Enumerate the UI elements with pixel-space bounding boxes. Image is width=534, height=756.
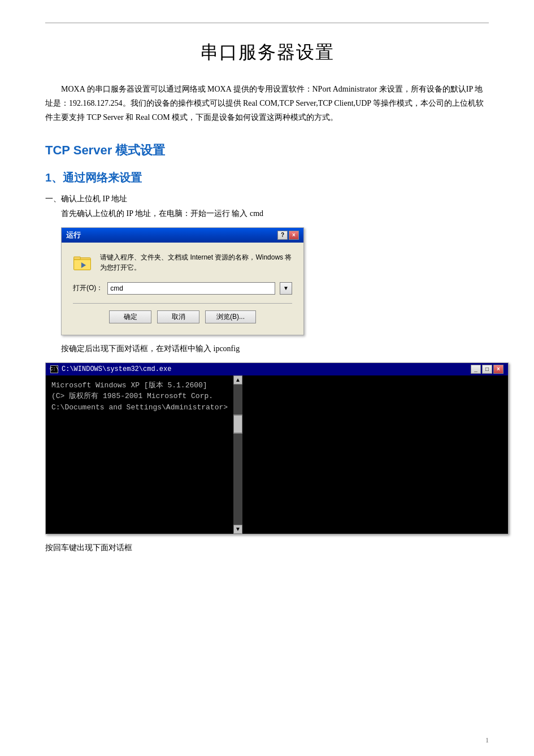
caption2-text: 按回车键出现下面对话框 (45, 543, 489, 553)
run-dialog-title-text: 运行 (66, 230, 81, 240)
run-dropdown-button[interactable]: ▼ (280, 282, 292, 295)
cmd-title-left: C:\ C:\WINDOWS\system32\cmd.exe (50, 365, 171, 373)
run-input-field[interactable] (107, 282, 275, 295)
page-container: 串口服务器设置 MOXA 的串口服务器设置可以通过网络或 MOXA 提供的专用设… (0, 0, 534, 756)
run-dialog-divider (73, 303, 292, 304)
cmd-scroll-up-button[interactable]: ▲ (233, 375, 242, 385)
cmd-title-text: C:\WINDOWS\system32\cmd.exe (62, 365, 171, 373)
cmd-title-buttons: _ □ × (471, 365, 503, 374)
page-title: 串口服务器设置 (45, 40, 489, 65)
tcp-server-section-title: TCP Server 模式设置 (45, 142, 489, 159)
step1-label: 一、确认上位机 IP 地址 (45, 194, 489, 204)
run-ok-button[interactable]: 确定 (109, 310, 151, 323)
intro-paragraph: MOXA 的串口服务器设置可以通过网络或 MOXA 提供的专用设置软件：NPor… (45, 82, 489, 125)
cmd-body: Microsoft Windows XP [版本 5.1.2600] (C> 版… (46, 375, 233, 534)
run-dialog-description: 请键入程序、文件夹、文档或 Internet 资源的名称，Windows 将为您… (100, 251, 292, 273)
run-dialog-icon-row: 请键入程序、文件夹、文档或 Internet 资源的名称，Windows 将为您… (73, 251, 292, 274)
cmd-line-2: (C> 版权所有 1985-2001 Microsoft Corp. (51, 391, 228, 402)
cmd-outer: Microsoft Windows XP [版本 5.1.2600] (C> 版… (46, 375, 508, 534)
cmd-scroll-thumb[interactable] (234, 416, 242, 433)
run-dialog-help-button[interactable]: ? (277, 231, 288, 240)
cmd-minimize-button[interactable]: _ (471, 365, 481, 374)
run-cancel-button[interactable]: 取消 (157, 310, 199, 323)
cmd-restore-button[interactable]: □ (482, 365, 492, 374)
run-browse-button[interactable]: 浏览(B)... (205, 310, 256, 323)
cmd-window: C:\ C:\WINDOWS\system32\cmd.exe _ □ × Mi… (45, 362, 509, 534)
page-number: 1 (485, 736, 489, 745)
svg-rect-2 (74, 257, 81, 260)
cmd-close-button[interactable]: × (493, 365, 503, 374)
caption1-text: 按确定后出现下面对话框，在对话框中输入 ipconfig (61, 344, 489, 354)
step1-detail: 首先确认上位机的 IP 地址，在电脑：开始一运行 输入 cmd (61, 209, 489, 219)
cmd-titlebar: C:\ C:\WINDOWS\system32\cmd.exe _ □ × (46, 363, 508, 375)
run-dialog-buttons: 确定 取消 浏览(B)... (73, 310, 292, 326)
top-border (45, 23, 489, 23)
cmd-scroll-down-button[interactable]: ▼ (233, 525, 242, 534)
run-dialog: 运行 ? × 请键入程序、文件夹、文档或 Internet 资源的名称，Wind… (61, 227, 304, 335)
run-dialog-title-buttons: ? × (277, 231, 299, 240)
run-input-row: 打开(O)： ▼ (73, 282, 292, 295)
run-open-label: 打开(O)： (73, 283, 103, 293)
cmd-scrollbar-track: ▲ ▼ (233, 375, 242, 534)
run-folder-icon (73, 251, 92, 274)
cmd-line-1: Microsoft Windows XP [版本 5.1.2600] (51, 380, 228, 391)
page-number-text: 1 (485, 736, 489, 744)
network-setup-section-title: 1、通过网络来设置 (45, 170, 489, 185)
run-dialog-titlebar: 运行 ? × (62, 228, 303, 243)
cmd-icon: C:\ (50, 365, 58, 373)
run-dialog-body: 请键入程序、文件夹、文档或 Internet 资源的名称，Windows 将为您… (62, 243, 303, 335)
run-dialog-title-left: 运行 (66, 230, 81, 240)
run-dialog-close-button[interactable]: × (289, 231, 299, 240)
cmd-line-4: C:\Documents and Settings\Administrator> (51, 402, 228, 413)
